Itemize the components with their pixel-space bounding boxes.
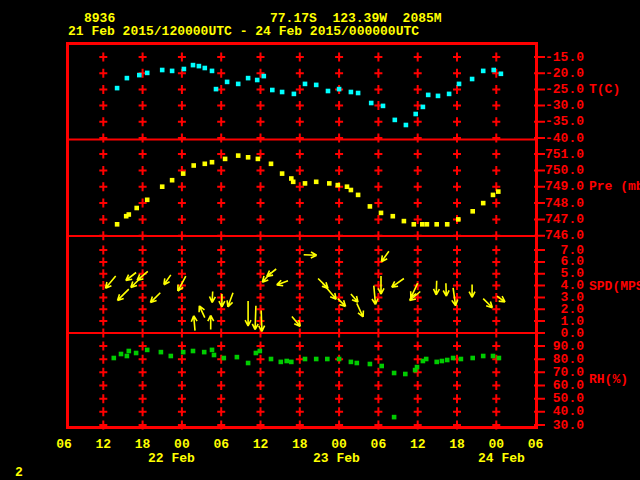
x-date-label: 23 Feb [313, 452, 360, 465]
wind-arrow [219, 294, 225, 307]
y-tick-label: 70.0 [544, 366, 584, 379]
wind-arrow [483, 299, 492, 308]
temperature-point [270, 88, 275, 93]
pressure-point [391, 214, 396, 219]
relative-humidity-point [258, 349, 263, 354]
temperature-point [115, 86, 120, 91]
x-date-label: 24 Feb [478, 452, 525, 465]
temperature-point [369, 101, 374, 106]
x-hour-label: 00 [324, 438, 354, 451]
relative-humidity-point [159, 350, 164, 355]
x-hour-label: 12 [246, 438, 276, 451]
pressure-point [434, 222, 439, 227]
pressure-point [491, 193, 496, 198]
pressure-point [425, 222, 430, 227]
relative-humidity-point [202, 350, 207, 355]
relative-humidity-point [279, 360, 284, 365]
pressure-point [236, 153, 241, 158]
wind-arrow [106, 276, 116, 288]
relative-humidity-point [112, 356, 117, 361]
relative-humidity-point [222, 356, 227, 361]
wind-arrow [150, 293, 160, 303]
relative-humidity-point [481, 354, 486, 359]
wind-arrow [372, 286, 378, 305]
y-tick-label: 0.0 [544, 327, 584, 340]
pressure-point [127, 212, 132, 217]
x-hour-label: 06 [49, 438, 79, 451]
relative-humidity-point [284, 359, 289, 364]
x-hour-label: 12 [403, 438, 433, 451]
relative-humidity-point [325, 357, 330, 362]
pressure-point [496, 189, 501, 194]
x-hour-label: 00 [167, 438, 197, 451]
x-date-label: 22 Feb [148, 452, 195, 465]
wind-arrow [191, 316, 197, 331]
temperature-point [262, 74, 267, 79]
pressure-point [445, 222, 450, 227]
relative-humidity-point [434, 360, 439, 365]
relative-humidity-point [269, 357, 274, 362]
relative-humidity-point [125, 354, 130, 359]
relative-humidity-point [368, 362, 373, 367]
wind-arrow [351, 294, 358, 302]
panel-unit-label: RH(%) [589, 373, 628, 386]
temperature-point [191, 63, 196, 68]
relative-humidity-point [349, 360, 354, 365]
wind-arrow [245, 301, 251, 326]
pressure-point [420, 222, 425, 227]
wind-arrow [199, 306, 205, 318]
wind-arrow [208, 315, 214, 329]
temperature-point [236, 82, 241, 87]
pressure-point [256, 157, 261, 162]
temperature-point [214, 87, 219, 92]
y-tick-label: 60.0 [544, 379, 584, 392]
temperature-point [481, 69, 486, 74]
y-tick-label: -40.0 [544, 132, 584, 145]
wind-arrow [126, 273, 136, 281]
relative-humidity-point [424, 357, 429, 362]
y-tick-label: -30.0 [544, 99, 584, 112]
wind-arrow [277, 280, 288, 286]
wind-arrow [210, 292, 216, 303]
relative-humidity-point [497, 356, 502, 361]
panel-unit-label: Pre (mb) [589, 180, 640, 193]
wind-arrow [227, 293, 233, 307]
page-number: 2 [15, 466, 23, 479]
temperature-point [470, 77, 475, 82]
relative-humidity-point [392, 415, 397, 420]
panel-unit-label: T(C) [589, 83, 620, 96]
relative-humidity-point [415, 365, 420, 370]
wind-arrow [323, 283, 337, 299]
relative-humidity-point [169, 354, 174, 359]
pressure-point [456, 217, 461, 222]
x-hour-label: 12 [88, 438, 118, 451]
temperature-point [413, 112, 418, 117]
y-tick-label: 40.0 [544, 405, 584, 418]
relative-humidity-point [451, 356, 456, 361]
relative-humidity-point [246, 361, 251, 366]
relative-humidity-point [235, 355, 240, 360]
pressure-point [181, 171, 186, 176]
y-tick-label: 749.0 [544, 180, 584, 193]
x-hour-label: 18 [285, 438, 315, 451]
temperature-point [292, 92, 297, 97]
temperature-point [436, 94, 441, 99]
time-range: 21 Feb 2015/120000UTC - 24 Feb 2015/0000… [68, 25, 419, 38]
grid-plus-marks [99, 53, 500, 430]
temperature-point [137, 73, 142, 78]
pressure-point [246, 155, 251, 160]
pressure-point [160, 184, 165, 189]
y-tick-label: -15.0 [544, 51, 584, 64]
pressure-point [412, 222, 417, 227]
temperature-point [381, 104, 386, 109]
wind-arrow [357, 303, 364, 317]
wind-arrow [469, 284, 475, 297]
relative-humidity-point [210, 348, 215, 353]
y-tick-label: 751.0 [544, 148, 584, 161]
y-tick-label: 747.0 [544, 213, 584, 226]
pressure-point [170, 178, 175, 183]
x-hour-label: 06 [521, 438, 551, 451]
wind-arrow [381, 251, 389, 262]
temperature-point [303, 82, 308, 87]
temperature-point [491, 68, 496, 73]
